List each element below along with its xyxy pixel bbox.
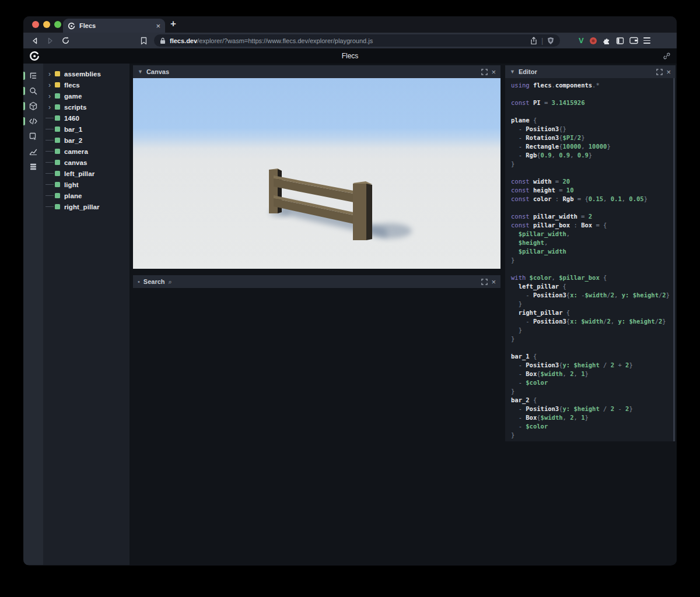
tree-connector-line [46, 184, 54, 185]
tree-item-game[interactable]: ›game [43, 90, 130, 101]
search-panel-header[interactable]: • Search ⌕ × [133, 275, 501, 288]
editor-panel-header[interactable]: ▼ Editor × [505, 65, 676, 78]
bookmark-icon[interactable] [138, 35, 149, 47]
sidebar-stats-button[interactable] [23, 144, 43, 159]
expand-chevron-icon[interactable]: › [46, 71, 54, 77]
url-path: /explorer/?wasm=https://www.flecs.dev/ex… [197, 37, 373, 44]
tree-item-1460[interactable]: 1460 [43, 113, 130, 124]
tree-item-assemblies[interactable]: ›assemblies [43, 68, 130, 79]
search-panel-title: Search [144, 278, 165, 285]
collapsed-dot-icon[interactable]: • [138, 278, 140, 285]
tab-title: Flecs [79, 22, 152, 29]
editor-code[interactable]: using flecs.components.* const PI = 3.14… [505, 78, 676, 440]
share-icon[interactable] [530, 37, 537, 45]
tree-item-label: 1460 [64, 115, 79, 122]
search-icon [29, 86, 38, 96]
urlbar-divider: | [541, 37, 543, 45]
sidebar-toggle-icon[interactable] [616, 37, 624, 45]
menu-icon[interactable] [643, 37, 650, 43]
tree-item-label: bar_2 [64, 137, 82, 144]
tree-item-label: game [64, 93, 82, 100]
sky-and-ground [133, 78, 501, 269]
tree-connector-line [46, 173, 54, 174]
expand-chevron-icon[interactable]: › [46, 93, 54, 99]
editor-scrollbar[interactable] [673, 78, 675, 441]
tab-flecs[interactable]: Flecs × [63, 19, 165, 33]
expand-panel-icon[interactable] [656, 69, 663, 75]
stats-chart-icon [29, 147, 38, 156]
canvas-panel-header[interactable]: ▼ Canvas × [133, 65, 501, 78]
expand-panel-icon[interactable] [481, 69, 488, 75]
entity-badge [55, 104, 60, 110]
canvas-panel: ▼ Canvas × [133, 65, 501, 269]
page-title: Flecs [342, 52, 359, 60]
share-link-icon[interactable] [663, 52, 671, 60]
code-editor[interactable]: using flecs.components.* const PI = 3.14… [505, 78, 676, 441]
entity-badge [55, 71, 60, 76]
maximize-window-button[interactable] [54, 21, 61, 28]
script-code-icon [29, 117, 38, 126]
entity-badge [55, 204, 60, 209]
lock-icon [160, 37, 166, 44]
forward-button[interactable] [44, 35, 56, 47]
brave-shield-icon[interactable] [547, 37, 554, 45]
tab-close-icon[interactable]: × [156, 22, 160, 30]
browser-toolbar: flecs.dev/explorer/?wasm=https://www.fle… [23, 33, 677, 48]
tree-item-bar_1[interactable]: bar_1 [43, 124, 130, 135]
back-button[interactable] [29, 35, 41, 47]
3d-scene-canvas[interactable] [133, 78, 501, 269]
new-tab-button[interactable]: + [170, 18, 176, 30]
tree-connector-line [46, 140, 54, 141]
sidebar-entity-tree-button[interactable] [23, 68, 43, 83]
extensions-puzzle-icon[interactable] [603, 37, 611, 45]
tree-item-scripts[interactable]: ›scripts [43, 101, 130, 113]
expand-panel-icon[interactable] [481, 279, 488, 285]
entity-badge [55, 193, 60, 198]
tree-item-bar_2[interactable]: bar_2 [43, 135, 130, 146]
editor-panel-title: Editor [519, 68, 537, 75]
tree-item-plane[interactable]: plane [43, 190, 130, 201]
tool-sidebar [23, 64, 43, 565]
tree-connector-line [46, 151, 54, 152]
v-extension-icon[interactable]: V [579, 36, 584, 45]
close-panel-icon[interactable]: × [491, 68, 496, 76]
entity-badge [55, 171, 60, 176]
tree-item-canvas[interactable]: canvas [43, 157, 130, 168]
tables-icon [29, 162, 38, 171]
tree-connector-line [46, 162, 54, 163]
expand-chevron-icon[interactable]: › [46, 82, 54, 88]
entity-tree: ›assemblies›flecs›game›scripts1460bar_1b… [43, 64, 130, 565]
tree-item-label: assemblies [64, 71, 101, 78]
pillar-shadow [368, 223, 412, 238]
browser-window: Flecs × + flecs.dev/explorer/?wasm=https… [23, 16, 677, 566]
app-header: Flecs [23, 48, 677, 64]
close-panel-icon[interactable]: × [666, 68, 671, 76]
sidebar-entities-button[interactable] [23, 99, 43, 114]
sidebar-query-button[interactable] [23, 129, 43, 144]
flecs-logo[interactable] [29, 51, 40, 61]
sidebar-script-button[interactable] [23, 114, 43, 129]
tree-item-label: bar_1 [64, 126, 82, 133]
wallet-icon[interactable] [629, 37, 638, 44]
reload-button[interactable] [60, 35, 71, 47]
flecs-favicon [68, 22, 75, 30]
tree-connector-line [46, 195, 54, 196]
close-window-button[interactable] [32, 21, 39, 28]
collapse-chevron-icon[interactable]: ▼ [138, 69, 143, 75]
minimize-window-button[interactable] [43, 21, 50, 28]
url-domain: flecs.dev [170, 37, 197, 44]
collapse-chevron-icon[interactable]: ▼ [510, 69, 515, 75]
close-panel-icon[interactable]: × [491, 278, 496, 286]
expand-chevron-icon[interactable]: › [46, 104, 54, 110]
canvas-panel-title: Canvas [146, 68, 169, 75]
entity-badge [55, 82, 60, 87]
red-badge-extension-icon[interactable] [589, 37, 597, 45]
sidebar-search-button[interactable] [23, 83, 43, 99]
sidebar-tables-button[interactable] [23, 159, 43, 174]
tree-item-light[interactable]: light [43, 179, 130, 190]
tree-item-camera[interactable]: camera [43, 146, 130, 157]
address-bar[interactable]: flecs.dev/explorer/?wasm=https://www.fle… [154, 34, 560, 47]
tree-item-right_pillar[interactable]: right_pillar [43, 201, 130, 212]
tree-item-left_pillar[interactable]: left_pillar [43, 168, 130, 179]
tree-item-flecs[interactable]: ›flecs [43, 79, 130, 90]
